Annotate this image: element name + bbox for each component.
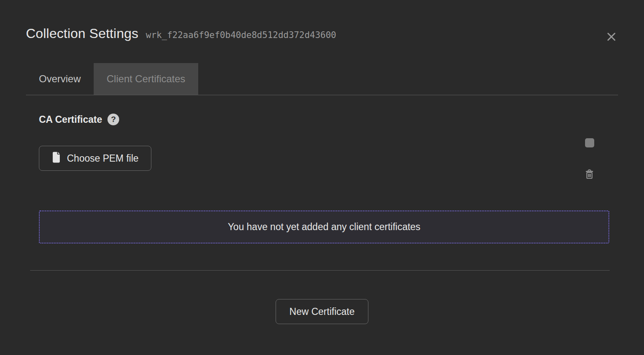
title-row: Collection Settings wrk_f22aa6f9ef0b40de… (26, 26, 336, 41)
new-certificate-button[interactable]: New Certificate (276, 299, 368, 324)
tab-client-certificates[interactable]: Client Certificates (94, 63, 198, 95)
empty-state-message: You have not yet added any client certif… (228, 221, 421, 233)
choose-pem-file-button[interactable]: Choose PEM file (39, 146, 151, 171)
delete-ca-certificate-button[interactable] (584, 169, 595, 180)
settings-tabbar: Overview Client Certificates (26, 63, 618, 95)
ca-certificate-actions (584, 138, 595, 180)
ca-certificate-file-row: Choose PEM file (39, 125, 595, 180)
page-title: Collection Settings (26, 26, 138, 41)
trash-icon (584, 175, 595, 182)
choose-pem-file-label: Choose PEM file (67, 153, 138, 164)
ca-certificate-section: CA Certificate ? (39, 114, 618, 125)
ca-certificate-label: CA Certificate (39, 114, 102, 125)
tab-overview[interactable]: Overview (26, 63, 94, 95)
client-certificates-empty-state: You have not yet added any client certif… (39, 210, 609, 243)
workspace-id: wrk_f22aa6f9ef0b40de8d512dd372d43600 (146, 30, 336, 40)
close-button[interactable] (605, 30, 618, 43)
modal-header: Collection Settings wrk_f22aa6f9ef0b40de… (26, 0, 618, 43)
file-icon (52, 152, 61, 165)
filled-square-icon[interactable] (585, 138, 594, 147)
close-icon (606, 38, 617, 44)
help-icon[interactable]: ? (107, 114, 119, 125)
modal-footer: New Certificate (26, 299, 618, 324)
collection-settings-modal: Collection Settings wrk_f22aa6f9ef0b40de… (0, 0, 644, 355)
section-divider (30, 270, 610, 271)
